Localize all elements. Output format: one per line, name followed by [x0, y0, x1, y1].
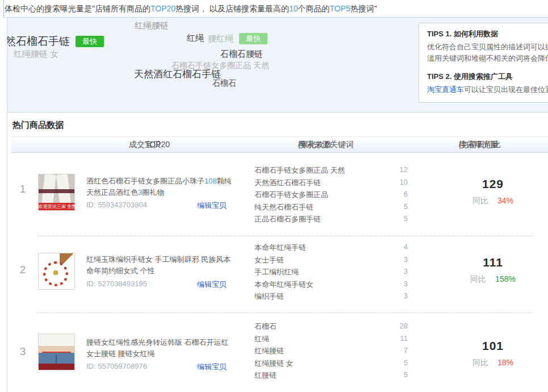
keyword-row: 天然酒红石榴石手链10 — [254, 178, 408, 190]
rank-number: 3 — [11, 345, 34, 358]
product-title: 红绳玉珠编织手链女 手工编制辟邪 民族风本命年简约细女式 个性 — [86, 254, 235, 277]
edit-item-link[interactable]: 编辑宝贝 — [197, 280, 227, 290]
exposure-total: 129 — [453, 177, 533, 191]
product-image[interactable] — [38, 253, 75, 290]
table-row: 2 红绳玉珠编织手链女 手工编制辟邪 民族风本命年简约细女式 个性 ID: 52… — [0, 239, 548, 312]
keyword-row: 红腰链5 — [254, 370, 408, 383]
tips1-title: TIPS 1. 如何利用数据 — [427, 29, 548, 39]
exposure-summary: 111 同比158% — [453, 256, 533, 285]
row-divider — [37, 236, 534, 236]
table-row: 3 腰链女红绳性感光身转运韩版 石榴石开运红女士腰链 腰链女红绳 ID: 557… — [0, 318, 548, 392]
cloud-word: 红绳腰链 — [135, 20, 169, 31]
cloud-word: 红绳 — [187, 33, 204, 44]
product-image[interactable] — [38, 333, 75, 370]
row-divider — [37, 312, 534, 313]
keyword-row: 正品石榴石多圈手链5 — [254, 214, 408, 227]
exposure-summary: 101 同比18% — [453, 339, 533, 368]
cloud-word: 石榴石腰链 — [220, 49, 263, 60]
keyword-list: 石榴石手链女多圈正品 天然12 天然酒红石榴石手链10 石榴石手链女多圈正品6 … — [254, 165, 408, 227]
compare-value: 158% — [495, 274, 516, 283]
table-row: 1 欢迎货比三家 全国包邮 酒红色石榴石手链女多圈正品小珠子108颗纯天然正品酒… — [0, 161, 548, 236]
product-title: 酒红色石榴石手链女多圈正品小珠子108颗纯天然正品酒红色3圈礼物 — [86, 176, 235, 198]
fastest-badge: 最快 — [239, 33, 267, 44]
keyword-row: 红绳腰链7 — [254, 346, 408, 358]
product-id: ID: 557059708976 — [86, 362, 147, 370]
keyword-row: 红绳11 — [254, 334, 408, 347]
product-title: 腰链女红绳性感光身转运韩版 石榴石开运红女士腰链 腰链女红绳 — [86, 337, 235, 360]
edit-item-link[interactable]: 编辑宝贝 — [197, 362, 227, 372]
cloud-word: 天然石榴石手链最快 — [7, 34, 104, 49]
keyword-row: 石榴石手链女多圈正品6 — [254, 190, 408, 202]
exposure-total: 101 — [453, 339, 533, 353]
divider — [3, 0, 4, 17]
exposure-total: 111 — [453, 256, 533, 269]
edit-item-link[interactable]: 编辑宝贝 — [197, 201, 227, 211]
compare-label: 同比 — [472, 358, 488, 367]
cloud-word: 石榴石 — [212, 78, 236, 89]
cloud-word: 腰红绳最快 — [208, 33, 267, 44]
intro-text: 体检中心的搜索曝光量是"店铺所有商品的TOP20热搜词， 以及店铺搜索量最高的1… — [5, 4, 377, 14]
compare-value: 18% — [497, 358, 513, 367]
keyword-row: 编织手链3 — [254, 291, 408, 304]
keyword-row: 女士手链3 — [254, 255, 408, 268]
fastest-badge: 最快 — [76, 36, 104, 47]
cloud-word: 天然酒红石榴石手链 — [134, 68, 221, 81]
product-id: ID: 559343703804 — [86, 201, 147, 209]
keyword-row: 本命年红绳手链女3 — [254, 280, 408, 292]
tips2-body: 淘宝直通车可以让宝贝出现在最佳位置 — [427, 84, 548, 95]
compare-value: 34% — [497, 196, 513, 205]
exposure-summary: 129 同比34% — [453, 177, 533, 206]
product-image[interactable]: 欢迎货比三家 全国包邮 — [38, 174, 75, 211]
compare-label: 同比 — [470, 274, 486, 283]
tips2-title: TIPS 2. 使用搜索推广工具 — [427, 72, 548, 82]
keyword-row: 纯天然石榴石手链5 — [254, 202, 408, 215]
section-title: 热门商品数据 — [12, 120, 64, 131]
header-top20: 成交TOP20宝贝 — [102, 137, 187, 152]
keyword-row: 手工编织红绳3 — [254, 267, 408, 280]
zhitongche-link[interactable]: 淘宝直通车 — [427, 85, 464, 94]
keyword-list: 石榴石28 红绳11 红绳腰链7 红绳腰链 女5 红腰链5 — [254, 322, 408, 383]
cloud-word: 红绳腰链 女 — [14, 49, 58, 60]
tips1-body: 优化符合自己宝贝属性的描述词可以提高搜索排名，滥用关键词和堆砌不相关的词将会降低… — [427, 41, 548, 64]
tips-box: TIPS 1. 如何利用数据 优化符合自己宝贝属性的描述词可以提高搜索排名，滥用… — [419, 23, 548, 103]
product-id: ID: 527038493195 — [86, 280, 147, 288]
rank-number: 2 — [11, 264, 34, 276]
image-banner: 欢迎货比三家 全国包邮 — [39, 203, 74, 210]
compare-label: 同比 — [472, 196, 488, 205]
rank-number: 1 — [11, 183, 34, 195]
keyword-list: 本命年红绳手链4 女士手链3 手工编织红绳3 本命年红绳手链女3 编织手链3 — [254, 243, 408, 304]
keyword-row: 本命年红绳手链4 — [254, 243, 408, 255]
table-header: 成交TOP20宝贝 搜索来源关键词/曝光次数 搜索曝光量/与前7日同比 — [11, 137, 548, 153]
keyword-row: 石榴石28 — [254, 322, 408, 334]
keyword-row: 石榴石手链女多圈正品 天然12 — [254, 165, 408, 178]
keyword-row: 红绳腰链 女5 — [254, 358, 408, 371]
